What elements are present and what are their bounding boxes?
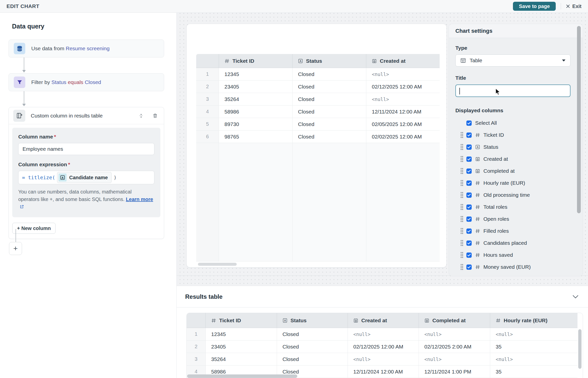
- column-label: Open roles: [483, 216, 509, 222]
- table-row: 223405Closed02/12/2025 12:00 AM: [196, 80, 440, 93]
- table-row: 112345Closed<null>: [196, 68, 440, 80]
- add-step-button[interactable]: +: [9, 242, 22, 255]
- column-checkbox[interactable]: [466, 156, 472, 162]
- collapse-section-chevron-icon[interactable]: [572, 295, 578, 298]
- table-cell: Closed: [292, 130, 366, 143]
- table-cell: Closed: [277, 353, 348, 366]
- column-header: Created at: [348, 313, 419, 328]
- column-name-input[interactable]: [18, 143, 154, 155]
- text-type-icon: A: [475, 144, 480, 150]
- chart-type-value: Table: [470, 58, 558, 64]
- column-label: Candidates placed: [483, 240, 527, 246]
- displayed-column-row: Completed at: [455, 165, 570, 177]
- table-row: 335264Closed<null><null><null>: [187, 353, 583, 366]
- chart-title-input[interactable]: [455, 84, 570, 97]
- column-checkbox[interactable]: [466, 216, 472, 222]
- new-column-button[interactable]: + New column: [12, 223, 56, 234]
- table-cell: 02/12/2025 2:00 AM: [419, 340, 490, 353]
- column-header-label: Created at: [361, 318, 387, 324]
- drag-handle-icon[interactable]: [460, 132, 464, 138]
- table-cell: 35: [490, 366, 577, 378]
- table-cell: 12/11/2024 12:00 AM: [348, 366, 419, 378]
- collapse-icon[interactable]: [137, 112, 145, 120]
- data-source-step-label: Use data from Resume screening: [31, 46, 110, 52]
- learn-more-link[interactable]: Learn more: [126, 196, 153, 202]
- table-corner-cell: [187, 313, 205, 328]
- column-checkbox[interactable]: [466, 132, 472, 138]
- number-type-icon: [475, 252, 480, 258]
- column-header: Ticket ID: [205, 313, 277, 328]
- column-label: Ticket ID: [483, 132, 504, 138]
- column-header-label: Hourly rate (EUR): [504, 318, 547, 324]
- close-icon: [566, 4, 570, 8]
- column-checkbox[interactable]: [466, 252, 472, 258]
- delete-icon[interactable]: [151, 112, 159, 120]
- data-source-step[interactable]: Use data from Resume screening: [9, 40, 164, 58]
- table-row: 458986Closed12/11/2024 12:00 AM: [196, 106, 440, 118]
- select-all-label: Select All: [475, 120, 497, 126]
- filter-field: Status: [52, 79, 67, 85]
- column-checkbox[interactable]: [466, 264, 472, 270]
- filter-step[interactable]: Filter by Status equals Closed: [9, 73, 164, 91]
- settings-vertical-scrollbar[interactable]: [577, 26, 581, 213]
- column-label: Old processing time: [483, 192, 530, 198]
- column-header: Created at: [366, 54, 440, 68]
- table-cell: <null>: [366, 93, 440, 106]
- drag-handle-icon[interactable]: [460, 228, 464, 234]
- expression-function: = titleize(: [22, 174, 55, 180]
- drag-handle-icon[interactable]: [460, 264, 464, 270]
- table-cell: 98765: [219, 130, 292, 143]
- expression-column-chip[interactable]: A Candidate name: [57, 172, 111, 183]
- column-expression-input[interactable]: = titleize( A Candidate name ): [18, 171, 154, 184]
- drag-handle-icon[interactable]: [460, 204, 464, 210]
- column-checkbox[interactable]: [466, 204, 472, 210]
- date-type-icon: [372, 58, 377, 64]
- table-cell: <null>: [348, 353, 419, 366]
- date-type-icon: [424, 318, 429, 323]
- column-checkbox[interactable]: [466, 192, 472, 198]
- results-horizontal-scrollbar[interactable]: [187, 374, 297, 378]
- top-bar: EDIT CHART Save to page Exit: [0, 0, 588, 13]
- select-all-checkbox[interactable]: [466, 120, 472, 126]
- chart-type-select[interactable]: Table: [455, 54, 570, 66]
- database-icon: [14, 43, 25, 54]
- table-cell: <null>: [419, 353, 490, 366]
- column-header-label: Ticket ID: [232, 58, 254, 64]
- filter-step-label: Filter by Status equals Closed: [31, 79, 101, 85]
- drag-handle-icon[interactable]: [460, 192, 464, 198]
- table-row: 698765Closed02/02/2025 12:00 AM: [196, 130, 440, 143]
- drag-handle-icon[interactable]: [460, 252, 464, 258]
- column-header-label: Ticket ID: [219, 318, 241, 324]
- column-header: AStatus: [292, 54, 366, 68]
- exit-button[interactable]: Exit: [566, 4, 581, 9]
- column-checkbox[interactable]: [466, 228, 472, 234]
- column-header-label: Created at: [380, 58, 406, 64]
- table-cell: Closed: [292, 118, 366, 130]
- chart-settings-header: Chart settings: [449, 24, 583, 38]
- column-name-label: Column name*: [18, 134, 154, 140]
- displayed-column-row: Ticket ID: [455, 129, 570, 141]
- table-cell: <null>: [419, 328, 490, 340]
- results-vertical-scrollbar[interactable]: [578, 329, 581, 369]
- drag-handle-icon[interactable]: [460, 240, 464, 246]
- column-checkbox[interactable]: [466, 144, 472, 150]
- displayed-column-row: Hours saved: [455, 249, 570, 261]
- number-type-icon: [475, 132, 480, 138]
- drag-handle-icon[interactable]: [460, 156, 464, 162]
- column-checkbox[interactable]: [466, 240, 472, 246]
- custom-column-form: Column name* Column expression* = titlei…: [12, 128, 160, 217]
- data-source-name: Resume screening: [66, 46, 110, 51]
- column-checkbox[interactable]: [466, 180, 472, 186]
- table-cell: <null>: [348, 328, 419, 340]
- drag-handle-icon[interactable]: [460, 216, 464, 222]
- table-cell: 12/11/2024 12:00 AM: [366, 106, 440, 118]
- save-to-page-button[interactable]: Save to page: [513, 2, 556, 11]
- drag-handle-icon[interactable]: [460, 168, 464, 174]
- column-label: Filled roles: [483, 228, 509, 234]
- preview-horizontal-scrollbar[interactable]: [198, 263, 237, 266]
- drag-handle-icon[interactable]: [460, 144, 464, 150]
- displayed-columns-list: Ticket ID A Status: [455, 129, 570, 273]
- drag-handle-icon[interactable]: [460, 180, 464, 186]
- number-type-icon: [475, 240, 480, 246]
- column-checkbox[interactable]: [466, 168, 472, 174]
